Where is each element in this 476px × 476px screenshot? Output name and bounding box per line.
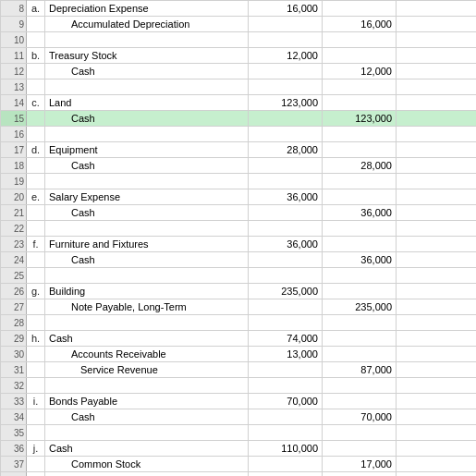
credit-amount <box>323 394 397 409</box>
row-number: 20 <box>1 189 27 205</box>
row-number: 27 <box>1 299 27 315</box>
credit-amount <box>323 315 397 331</box>
account-name: Furniture and Fixtures <box>45 237 249 252</box>
extra-cell <box>397 64 477 79</box>
row-number: 29 <box>1 331 27 347</box>
extra-cell <box>397 142 477 158</box>
account-name: Common Stock <box>45 457 249 472</box>
account-name: Cash <box>45 409 249 425</box>
row-number: 34 <box>1 409 27 425</box>
extra-cell <box>397 299 477 315</box>
extra-cell <box>397 111 477 127</box>
account-name: Building <box>45 284 249 299</box>
account-name <box>45 221 249 237</box>
entry-letter <box>27 425 45 441</box>
debit-amount <box>249 457 323 472</box>
account-name: Cash <box>45 205 249 221</box>
entry-letter <box>27 174 45 189</box>
credit-amount <box>323 347 397 362</box>
account-name <box>45 268 249 284</box>
entry-letter <box>27 111 45 127</box>
debit-amount <box>249 221 323 237</box>
entry-letter <box>27 221 45 237</box>
debit-amount: 235,000 <box>249 284 323 299</box>
credit-amount <box>323 142 397 158</box>
credit-amount <box>323 425 397 441</box>
account-name: Cash <box>45 158 249 174</box>
entry-letter: a. <box>27 1 45 17</box>
debit-amount <box>249 64 323 79</box>
debit-amount <box>249 17 323 32</box>
credit-amount: 28,000 <box>323 158 397 174</box>
extra-cell <box>397 394 477 409</box>
credit-amount: 36,000 <box>323 252 397 268</box>
account-name: Treasury Stock <box>45 48 249 64</box>
account-name <box>45 315 249 331</box>
row-number: 22 <box>1 221 27 237</box>
extra-cell <box>397 174 477 189</box>
extra-cell <box>397 441 477 457</box>
entry-letter <box>27 79 45 95</box>
credit-amount <box>323 237 397 252</box>
entry-letter: d. <box>27 142 45 158</box>
row-number: 8 <box>1 1 27 17</box>
account-name: Capital in Excess of Par <box>45 472 249 477</box>
entry-letter: i. <box>27 394 45 409</box>
debit-amount: 28,000 <box>249 142 323 158</box>
row-number: 12 <box>1 64 27 79</box>
entry-letter <box>27 409 45 425</box>
entry-letter <box>27 252 45 268</box>
row-number: 13 <box>1 79 27 95</box>
account-name <box>45 425 249 441</box>
debit-amount: 13,000 <box>249 347 323 362</box>
row-number: 38 <box>1 472 27 477</box>
extra-cell <box>397 79 477 95</box>
extra-cell <box>397 17 477 32</box>
row-number: 19 <box>1 174 27 189</box>
row-number: 37 <box>1 457 27 472</box>
entry-letter <box>27 299 45 315</box>
account-name: Cash <box>45 441 249 457</box>
extra-cell <box>397 425 477 441</box>
row-number: 14 <box>1 95 27 111</box>
debit-amount: 16,000 <box>249 1 323 17</box>
debit-amount: 36,000 <box>249 237 323 252</box>
extra-cell <box>397 95 477 111</box>
debit-amount <box>249 174 323 189</box>
account-name: Bonds Payable <box>45 394 249 409</box>
extra-cell <box>397 237 477 252</box>
extra-cell <box>397 48 477 64</box>
journal-table: 8a.Depreciation Expense16,0009Accumulate… <box>0 0 476 476</box>
entry-letter <box>27 17 45 32</box>
extra-cell <box>397 347 477 362</box>
entry-letter <box>27 127 45 142</box>
account-name: Land <box>45 95 249 111</box>
row-number: 24 <box>1 252 27 268</box>
entry-letter <box>27 472 45 477</box>
extra-cell <box>397 378 477 394</box>
credit-amount <box>323 268 397 284</box>
entry-letter <box>27 64 45 79</box>
account-name: Note Payable, Long-Term <box>45 299 249 315</box>
account-name: Depreciation Expense <box>45 1 249 17</box>
row-number: 25 <box>1 268 27 284</box>
account-name <box>45 32 249 48</box>
account-name <box>45 127 249 142</box>
debit-amount <box>249 299 323 315</box>
account-name: Accumulated Depreciation <box>45 17 249 32</box>
extra-cell <box>397 331 477 347</box>
entry-letter <box>27 158 45 174</box>
extra-cell <box>397 315 477 331</box>
credit-amount <box>323 95 397 111</box>
row-number: 15 <box>1 111 27 127</box>
debit-amount <box>249 378 323 394</box>
account-name <box>45 174 249 189</box>
entry-letter: c. <box>27 95 45 111</box>
extra-cell <box>397 221 477 237</box>
row-number: 36 <box>1 441 27 457</box>
debit-amount: 110,000 <box>249 441 323 457</box>
entry-letter: b. <box>27 48 45 64</box>
entry-letter <box>27 347 45 362</box>
debit-amount: 70,000 <box>249 394 323 409</box>
row-number: 32 <box>1 378 27 394</box>
